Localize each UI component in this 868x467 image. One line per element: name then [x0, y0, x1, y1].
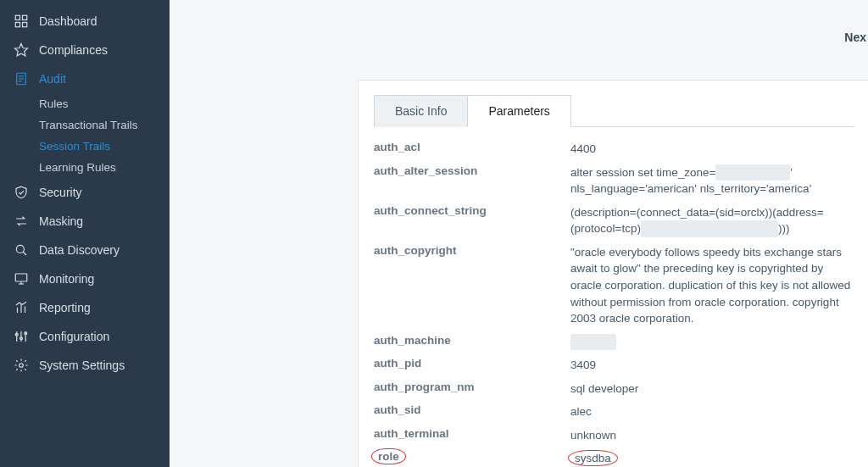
- tabs: Basic Info Parameters: [374, 94, 854, 127]
- param-key-auth-alter-session: auth_alter_session: [374, 164, 567, 197]
- svg-marker-4: [15, 44, 28, 56]
- sidebar-item-label: Compliances: [39, 43, 108, 57]
- param-val-auth-alter-session: alter session set time_zone=xxxxxxxxxxxx…: [570, 164, 854, 197]
- param-key-role: role: [374, 450, 567, 467]
- sidebar-item-label: System Settings: [39, 359, 125, 372]
- grid-icon: [12, 14, 31, 29]
- param-val-auth-machine: xxxxxxxx: [570, 334, 854, 351]
- param-val-auth-sid: alec: [570, 403, 854, 420]
- param-val-auth-connect-string: (description=(connect_data=(sid=orclx))(…: [570, 204, 854, 237]
- shield-icon: [12, 185, 31, 200]
- param-key-auth-pid: auth_pid: [374, 357, 567, 374]
- sidebar-item-label: Dashboard: [39, 14, 97, 28]
- parameters-table: auth_acl 4400 auth_alter_session alter s…: [374, 141, 854, 467]
- svg-point-23: [19, 364, 24, 368]
- star-icon: [12, 42, 31, 58]
- redacted-value: xxxxxxxxxxxxx: [715, 164, 790, 181]
- sidebar: Dashboard Compliances Audit Rules Transa…: [0, 0, 170, 467]
- swap-icon: [12, 214, 31, 229]
- text-fragment: alter session set time_zone=: [570, 166, 715, 179]
- param-key-auth-connect-string: auth_connect_string: [374, 204, 567, 237]
- sidebar-item-system-settings[interactable]: System Settings: [0, 351, 170, 380]
- sidebar-item-label: Audit: [39, 72, 66, 86]
- sidebar-item-label: Reporting: [39, 301, 91, 314]
- sidebar-item-configuration[interactable]: Configuration: [0, 322, 170, 351]
- redacted-value: xxxxxxxx: [570, 334, 616, 351]
- sidebar-item-data-discovery[interactable]: Data Discovery: [0, 236, 170, 264]
- sidebar-subitem-transactional-trails[interactable]: Transactional Trails: [39, 114, 170, 136]
- svg-rect-11: [15, 274, 27, 281]
- main-area: Nex Basic Info Parameters auth_acl 4400 …: [170, 0, 868, 467]
- sidebar-item-label: Masking: [39, 214, 83, 228]
- highlight-oval: role: [374, 450, 403, 463]
- tab-basic-info[interactable]: Basic Info: [374, 95, 468, 127]
- search-icon: [12, 242, 31, 258]
- param-val-auth-copyright: "oracle everybody follows speedy bits ex…: [570, 244, 854, 327]
- param-key-auth-machine: auth_machine: [374, 334, 567, 351]
- svg-point-9: [16, 245, 24, 253]
- param-key-auth-terminal: auth_terminal: [374, 427, 567, 444]
- sidebar-item-label: Monitoring: [39, 272, 94, 286]
- next-link[interactable]: Nex: [844, 31, 866, 44]
- sidebar-item-masking[interactable]: Masking: [0, 207, 170, 236]
- audit-subitems: Rules Transactional Trails Session Trail…: [0, 93, 170, 178]
- svg-rect-0: [15, 15, 19, 19]
- sidebar-item-security[interactable]: Security: [0, 178, 170, 207]
- param-val-auth-acl: 4400: [570, 141, 854, 158]
- sidebar-item-compliances[interactable]: Compliances: [0, 36, 170, 64]
- redacted-value: xxxxxxxxxxxxxxxxxxxxxxxx: [641, 220, 778, 237]
- param-key-auth-sid: auth_sid: [374, 403, 567, 420]
- gear-icon: [12, 358, 31, 373]
- sliders-icon: [12, 329, 31, 344]
- sidebar-item-dashboard[interactable]: Dashboard: [0, 7, 170, 36]
- sidebar-subitem-session-trails[interactable]: Session Trails: [39, 136, 170, 157]
- document-icon: [12, 71, 31, 86]
- monitor-icon: [12, 271, 31, 286]
- svg-rect-2: [15, 23, 19, 27]
- svg-rect-1: [23, 15, 27, 19]
- sidebar-subitem-rules[interactable]: Rules: [39, 93, 170, 114]
- param-key-auth-program-nm: auth_program_nm: [374, 381, 567, 398]
- param-key-auth-acl: auth_acl: [374, 141, 567, 158]
- sidebar-item-label: Configuration: [39, 330, 109, 343]
- param-val-auth-program-nm: sql developer: [570, 381, 854, 398]
- detail-panel: Basic Info Parameters auth_acl 4400 auth…: [358, 80, 868, 467]
- sidebar-item-monitoring[interactable]: Monitoring: [0, 264, 170, 293]
- param-val-auth-terminal: unknown: [570, 427, 854, 444]
- sidebar-subitem-learning-rules[interactable]: Learning Rules: [39, 157, 170, 178]
- sidebar-item-label: Security: [39, 186, 82, 199]
- bar-chart-icon: [12, 300, 31, 315]
- text-fragment: ))): [778, 222, 790, 235]
- sidebar-item-label: Data Discovery: [39, 243, 120, 257]
- param-val-auth-pid: 3409: [570, 357, 854, 374]
- svg-rect-3: [23, 23, 27, 27]
- param-val-role: sysdba: [570, 450, 854, 467]
- sidebar-item-reporting[interactable]: Reporting: [0, 293, 170, 322]
- svg-line-10: [23, 252, 26, 255]
- sidebar-item-audit[interactable]: Audit: [0, 64, 170, 93]
- tab-parameters[interactable]: Parameters: [467, 95, 570, 127]
- highlight-oval: sysdba: [570, 452, 615, 464]
- param-key-auth-copyright: auth_copyright: [374, 244, 567, 327]
